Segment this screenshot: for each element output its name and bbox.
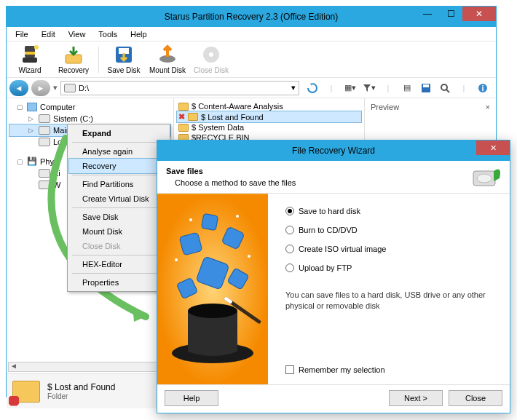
minimize-button[interactable]: —: [416, 7, 439, 21]
search-icon[interactable]: [438, 81, 452, 95]
ctx-close-disk: Close Disk: [69, 239, 168, 253]
svg-point-27: [175, 258, 178, 261]
menu-view[interactable]: View: [63, 28, 92, 40]
svg-point-12: [441, 84, 447, 90]
toolbar: Wizard Recovery Save Disk Mount Disk Cl: [7, 41, 496, 78]
close-button[interactable]: ✕: [462, 7, 496, 21]
folder-icon: [178, 124, 189, 132]
computer-icon: [27, 103, 37, 111]
file-label: $ Lost and Found: [201, 113, 264, 122]
svg-line-13: [446, 90, 449, 92]
close-disk-icon: [201, 44, 221, 65]
tree-lo-label: Lo: [53, 138, 62, 146]
drive-icon: [39, 181, 50, 189]
wizard-heading: Save files: [166, 167, 501, 175]
navbar-separator-2: |: [381, 81, 395, 95]
radio-icon: [285, 264, 294, 272]
option-create-iso[interactable]: Create ISO virtual image: [285, 245, 498, 253]
wizard-footer: Help Next > Close: [157, 384, 510, 411]
svg-point-25: [189, 218, 192, 221]
file-label: $ Content-Aware Analysis: [192, 102, 283, 111]
tree-computer[interactable]: ▢Computer: [9, 101, 170, 113]
mount-disk-icon: [157, 44, 178, 65]
radio-icon: [285, 245, 294, 253]
svg-point-3: [34, 45, 39, 49]
option-save-hard-disk[interactable]: Save to hard disk: [285, 207, 498, 215]
address-text: D:\: [79, 84, 89, 92]
ctx-expand[interactable]: Expand: [69, 126, 168, 140]
save-icon[interactable]: [419, 81, 433, 95]
mount-disk-button[interactable]: Mount Disk: [147, 43, 188, 76]
option-label: Upload by FTP: [299, 264, 352, 272]
info-icon[interactable]: i: [475, 81, 490, 95]
recovery-button[interactable]: Recovery: [53, 43, 94, 76]
toolbar-separator: [98, 47, 99, 73]
wizard-button[interactable]: Wizard: [9, 43, 50, 76]
wizard-close-button[interactable]: ✕: [476, 140, 510, 155]
address-bar[interactable]: D:\ ▾: [60, 81, 299, 95]
svg-rect-11: [423, 84, 429, 87]
file-system-data[interactable]: $ System Data: [177, 122, 361, 132]
wizard-subheading: Choose a method to save the files: [166, 178, 501, 187]
save-disk-label: Save Disk: [107, 66, 140, 74]
folder-icon: [178, 103, 189, 111]
ctx-hex-editor[interactable]: HEX-Editor: [69, 257, 168, 272]
tree-ki-label: Ki: [53, 169, 60, 178]
list-view-icon[interactable]: ▤: [400, 81, 414, 95]
ctx-mount-disk[interactable]: Mount Disk: [69, 224, 168, 239]
menu-file[interactable]: File: [9, 28, 34, 40]
ctx-create-virtual-disk[interactable]: Create Virtual Disk: [69, 191, 168, 206]
help-button[interactable]: Help: [165, 390, 218, 406]
drive-icon: [39, 126, 50, 135]
drive-icon: [64, 84, 76, 92]
navbar-actions: | ▦▾ ▾ | ▤ | i: [302, 81, 493, 95]
radio-icon: [285, 226, 294, 234]
filter-icon[interactable]: ▾: [362, 81, 376, 95]
maximize-button[interactable]: ☐: [439, 7, 462, 21]
remember-selection[interactable]: Remember my selection: [285, 365, 498, 374]
svg-rect-6: [119, 48, 129, 54]
address-dropdown-icon[interactable]: ▾: [291, 83, 296, 92]
svg-point-30: [188, 304, 237, 318]
option-burn-cd[interactable]: Burn to CD/DVD: [285, 226, 498, 234]
close-button[interactable]: Close: [449, 390, 502, 406]
ctx-analyse[interactable]: Analyse again: [69, 144, 168, 159]
ctx-save-disk[interactable]: Save Disk: [69, 210, 168, 224]
view-options-icon[interactable]: ▦▾: [343, 81, 358, 95]
window-controls: — ☐ ✕: [416, 7, 496, 21]
nav-history-dropdown[interactable]: ▾: [53, 83, 58, 92]
nav-back-button[interactable]: ◄: [9, 80, 28, 96]
next-button[interactable]: Next >: [389, 390, 443, 406]
menu-tools[interactable]: Tools: [92, 28, 123, 40]
status-type: Folder: [47, 392, 115, 400]
refresh-icon[interactable]: [305, 81, 320, 95]
preview-close-icon[interactable]: ×: [486, 103, 490, 111]
context-menu: Expand Analyse again Recovery Find Parti…: [67, 124, 170, 292]
save-disk-button[interactable]: Save Disk: [103, 43, 144, 76]
nav-forward-button[interactable]: ►: [31, 80, 50, 96]
ctx-find-partitions[interactable]: Find Partitions: [69, 177, 168, 191]
main-title: Starus Partition Recovery 2.3 (Office Ed…: [165, 12, 339, 22]
hdd-icon: [472, 165, 502, 189]
main-titlebar[interactable]: Starus Partition Recovery 2.3 (Office Ed…: [7, 7, 496, 27]
ctx-recovery[interactable]: Recovery: [69, 159, 168, 173]
ctx-properties[interactable]: Properties: [69, 275, 168, 290]
wizard-header: Save files Choose a method to save the f…: [157, 161, 510, 194]
menu-edit[interactable]: Edit: [36, 28, 61, 40]
wizard-titlebar[interactable]: File Recovery Wizard ✕: [157, 140, 510, 161]
option-upload-ftp[interactable]: Upload by FTP: [285, 264, 498, 272]
ctx-separator: [72, 255, 165, 255]
file-content-aware[interactable]: $ Content-Aware Analysis: [177, 101, 361, 111]
tree-w-label: W: [53, 181, 60, 189]
wizard-dialog: File Recovery Wizard ✕ Save files Choose…: [157, 140, 510, 413]
svg-point-26: [236, 215, 239, 218]
wizard-illustration: [157, 194, 268, 384]
status-name: $ Lost and Found: [47, 382, 115, 392]
tree-sistem-c[interactable]: ▷Sistem (C:): [9, 113, 170, 124]
file-lost-found[interactable]: ✖$ Lost and Found: [177, 111, 361, 122]
horizontal-scrollbar[interactable]: [8, 362, 172, 372]
svg-rect-24: [201, 213, 218, 230]
menu-help[interactable]: Help: [125, 28, 153, 40]
drive-icon: [39, 169, 50, 178]
save-disk-icon: [114, 44, 134, 65]
